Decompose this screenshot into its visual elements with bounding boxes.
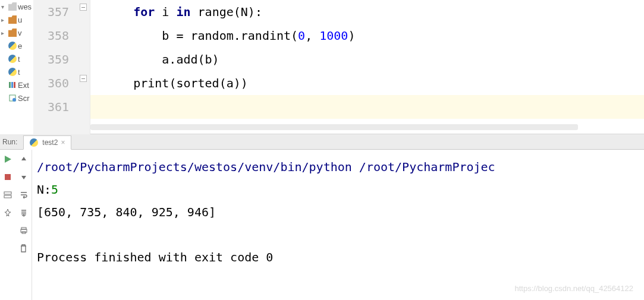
- console-output[interactable]: /root/PycharmProjects/westos/venv/bin/py…: [32, 150, 644, 300]
- python-file-icon: [30, 138, 38, 147]
- scroll-to-end-button[interactable]: [18, 207, 30, 219]
- tree-arrow-icon: ▸: [1, 17, 7, 23]
- tree-item-label: Scr: [18, 94, 30, 103]
- python-file-icon: [8, 68, 17, 76]
- stop-button[interactable]: [2, 171, 14, 183]
- tree-arrow-icon: ▾: [1, 4, 7, 10]
- scratches-icon: [8, 94, 17, 102]
- project-tree-item[interactable]: t: [0, 65, 33, 78]
- svg-marker-5: [5, 156, 11, 163]
- svg-rect-1: [11, 82, 13, 88]
- fold-column: [77, 0, 90, 134]
- svg-rect-7: [4, 192, 11, 194]
- run-label: Run:: [0, 138, 23, 146]
- console-line: Process finished with exit code 0: [37, 246, 644, 269]
- tree-item-label: Ext: [18, 81, 29, 90]
- console-line: [650, 735, 840, 925, 946]: [37, 201, 644, 223]
- pin-button[interactable]: [2, 207, 14, 219]
- line-number: 361: [33, 95, 69, 119]
- project-tree-item[interactable]: ▾wes: [0, 0, 33, 13]
- run-tab[interactable]: test2 ×: [23, 135, 71, 150]
- project-tree-item[interactable]: Scr: [0, 91, 33, 105]
- soft-wrap-button[interactable]: [18, 189, 30, 201]
- run-toolbar: [0, 150, 32, 300]
- tree-item-label: t: [18, 55, 20, 64]
- tree-item-label: v: [18, 29, 22, 37]
- svg-rect-8: [4, 195, 11, 198]
- run-tab-title: test2: [42, 138, 58, 147]
- svg-rect-2: [14, 82, 15, 88]
- line-number: 360: [33, 71, 69, 95]
- code-area[interactable]: for i in range(N): b = random.randint(0,…: [90, 0, 644, 134]
- tree-item-label: u: [18, 15, 22, 24]
- code-line[interactable]: a.add(b): [90, 48, 644, 71]
- folder-icon: [8, 2, 17, 11]
- run-console-pane: /root/PycharmProjects/westos/venv/bin/py…: [0, 150, 644, 300]
- line-number: 357: [33, 0, 69, 24]
- project-tree[interactable]: ▾wes▸u▸vettExtScr: [0, 0, 33, 134]
- run-tool-header: Run: test2 ×: [0, 134, 644, 150]
- console-line: [37, 223, 644, 246]
- project-tree-item[interactable]: ▸u: [0, 13, 33, 26]
- console-line: /root/PycharmProjects/westos/venv/bin/py…: [37, 156, 644, 178]
- layout-button[interactable]: [2, 189, 14, 201]
- svg-point-4: [12, 98, 16, 102]
- line-number: 359: [33, 48, 69, 71]
- code-line[interactable]: [90, 95, 644, 119]
- tree-item-label: t: [18, 68, 20, 77]
- trash-button[interactable]: [18, 242, 30, 254]
- console-line: N:5: [37, 178, 644, 201]
- python-file-icon: [8, 55, 17, 63]
- fold-marker-icon[interactable]: [80, 75, 87, 82]
- line-gutter: 357358359360361: [33, 0, 77, 134]
- down-button[interactable]: [18, 171, 30, 183]
- up-button[interactable]: [18, 153, 30, 165]
- code-line[interactable]: for i in range(N):: [90, 0, 644, 24]
- python-file-icon: [8, 42, 17, 50]
- rerun-button[interactable]: [2, 153, 14, 165]
- code-line[interactable]: b = random.randint(0, 1000): [90, 24, 644, 48]
- fold-marker-icon[interactable]: [80, 4, 87, 11]
- tree-arrow-icon: ▸: [1, 30, 7, 36]
- close-icon[interactable]: ×: [61, 138, 65, 147]
- svg-rect-6: [5, 174, 11, 180]
- project-tree-item[interactable]: e: [0, 39, 33, 52]
- project-tree-item[interactable]: Ext: [0, 78, 33, 91]
- code-line[interactable]: print(sorted(a)): [90, 71, 644, 95]
- folder-icon: [8, 29, 17, 37]
- print-button[interactable]: [18, 225, 30, 236]
- svg-rect-0: [9, 82, 11, 88]
- project-tree-item[interactable]: ▸v: [0, 26, 33, 39]
- horizontal-scrollbar[interactable]: [90, 124, 578, 130]
- project-tree-item[interactable]: t: [0, 52, 33, 65]
- libraries-icon: [8, 81, 17, 89]
- tree-item-label: wes: [18, 2, 32, 11]
- folder-icon: [8, 15, 17, 24]
- line-number: 358: [33, 24, 69, 48]
- tree-item-label: e: [18, 42, 22, 50]
- editor-pane: ▾wes▸u▸vettExtScr 357358359360361 for i …: [0, 0, 644, 134]
